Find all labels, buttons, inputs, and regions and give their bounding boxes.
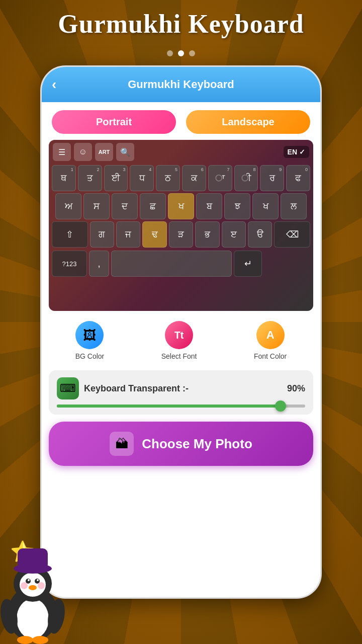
key-kha[interactable]: ਖ: [168, 193, 194, 219]
key-kha2[interactable]: ਖ: [252, 193, 279, 219]
key-ura[interactable]: ੳ: [248, 221, 272, 248]
key-comma[interactable]: ,: [89, 251, 109, 277]
key-ra[interactable]: 9ਰ: [260, 165, 284, 191]
svg-point-6: [28, 579, 30, 581]
key-ba[interactable]: ਬ: [196, 193, 222, 219]
choose-photo-button[interactable]: 🏔 Choose My Photo: [49, 422, 313, 466]
transparent-icon: ⌨: [57, 377, 79, 399]
key-tha2[interactable]: 5ਠ: [156, 165, 180, 191]
font-color-option[interactable]: A Font Color: [254, 321, 287, 360]
bg-color-option[interactable]: 🖼 BG Color: [75, 321, 105, 360]
key-row-2: ਅ ਸ ਦ ਛ ਖ ਬ ਝ ਖ ਲ: [52, 193, 310, 219]
key-iri[interactable]: ੲ: [222, 221, 246, 248]
key-tha[interactable]: 1ਥ: [52, 165, 76, 191]
select-font-label: Select Font: [161, 352, 197, 360]
key-delete[interactable]: ⌫: [274, 221, 310, 248]
transparent-value: 90%: [287, 383, 305, 394]
svg-point-8: [29, 585, 37, 590]
slider-fill: [57, 405, 281, 408]
key-sa[interactable]: ਸ: [83, 193, 110, 219]
penguin-mascot: [0, 543, 65, 644]
tabs-row: Portrait Landscape: [42, 102, 320, 140]
key-la[interactable]: ਲ: [281, 193, 307, 219]
key-space[interactable]: [111, 251, 232, 277]
svg-point-15: [17, 636, 33, 644]
pagination-dots: [0, 50, 362, 56]
transparent-header: ⌨ Keyboard Transparent :- 90%: [57, 377, 305, 399]
lang-label: EN: [288, 148, 297, 156]
key-pha[interactable]: 0ਫ: [286, 165, 310, 191]
key-ka[interactable]: 6ਕ: [182, 165, 206, 191]
choose-photo-label: Choose My Photo: [142, 436, 252, 452]
select-font-option[interactable]: Tt Select Font: [161, 321, 197, 360]
tab-landscape[interactable]: Landscape: [186, 110, 310, 134]
key-a[interactable]: ਅ: [55, 193, 81, 219]
svg-point-16: [32, 636, 48, 644]
tab-portrait[interactable]: Portrait: [52, 110, 176, 134]
keyboard-keys: 1ਥ 2ਤ 3ਈ 4ਧ 5ਠ 6ਕ 7ਾ 8ੀ 9ਰ 0ਫ ਅ ਸ ਦ ਛ ਖ …: [49, 164, 313, 251]
key-aa[interactable]: 7ਾ: [208, 165, 232, 191]
key-dha[interactable]: 4ਧ: [130, 165, 154, 191]
key-row-1: 1ਥ 2ਤ 3ਈ 4ਧ 5ਠ 6ਕ 7ਾ 8ੀ 9ਰ 0ਫ: [52, 165, 310, 191]
dot-2: [178, 50, 184, 56]
art-icon[interactable]: ART: [95, 143, 113, 161]
key-ii[interactable]: 8ੀ: [234, 165, 258, 191]
key-chha[interactable]: ਛ: [140, 193, 166, 219]
emoji-icon[interactable]: ☺: [74, 143, 92, 161]
key-da[interactable]: ਦ: [112, 193, 138, 219]
slider-thumb[interactable]: [275, 400, 286, 412]
svg-point-10: [38, 582, 45, 589]
slider-track[interactable]: [57, 405, 305, 408]
key-ee[interactable]: 3ਈ: [104, 165, 128, 191]
key-shift[interactable]: ⇧: [52, 221, 88, 248]
key-enter[interactable]: ↵: [234, 251, 262, 277]
menu-icon[interactable]: ☰: [53, 143, 71, 161]
transparent-label: Keyboard Transparent :-: [84, 383, 189, 394]
svg-point-7: [37, 579, 39, 581]
options-row: 🖼 BG Color Tt Select Font A Font Color: [42, 311, 320, 370]
bg-color-icon: 🖼: [75, 321, 104, 349]
back-button[interactable]: ‹: [52, 76, 56, 93]
font-color-label: Font Color: [254, 352, 287, 360]
key-row-3: ⇧ ਗ ਜ ਢ ੜ ਭ ੲ ੳ ⌫: [52, 221, 310, 248]
key-ta[interactable]: 2ਤ: [78, 165, 102, 191]
bg-color-label: BG Color: [75, 352, 105, 360]
transparent-section: ⌨ Keyboard Transparent :- 90%: [49, 370, 313, 415]
photo-icon: 🏔: [110, 432, 134, 456]
phone-header: ‹ Gurmukhi Keyboard: [42, 67, 320, 102]
key-ga[interactable]: ਗ: [90, 221, 114, 248]
key-ja[interactable]: ਜ: [116, 221, 140, 248]
phone-frame: ‹ Gurmukhi Keyboard Portrait Landscape ☰…: [40, 65, 322, 599]
svg-point-9: [21, 582, 28, 589]
search-icon[interactable]: 🔍: [116, 143, 134, 161]
keyboard-area: ☰ ☺ ART 🔍 EN ✓ 1ਥ 2ਤ 3ਈ 4ਧ 5ਠ 6ਕ 7ਾ 8ੀ 9…: [49, 140, 313, 311]
font-color-icon: A: [256, 321, 285, 349]
key-dda[interactable]: ਢ: [142, 221, 166, 248]
key-rra[interactable]: ੜ: [169, 221, 193, 248]
dot-1: [167, 50, 173, 56]
language-selector[interactable]: EN ✓: [284, 146, 309, 158]
key-jha[interactable]: ਝ: [224, 193, 250, 219]
key-bha[interactable]: ਭ: [195, 221, 219, 248]
header-title: Gurmukhi Keyboard: [128, 78, 234, 91]
keyboard-toolbar: ☰ ☺ ART 🔍 EN ✓: [49, 140, 313, 164]
svg-rect-12: [18, 548, 48, 570]
select-font-icon: Tt: [165, 321, 193, 349]
chevron-down-icon: ✓: [299, 148, 305, 156]
key-num-toggle[interactable]: ?123: [52, 251, 87, 277]
svg-point-1: [17, 599, 49, 639]
app-title: Gurmukhi Keyboard: [0, 9, 362, 39]
dot-3: [189, 50, 195, 56]
